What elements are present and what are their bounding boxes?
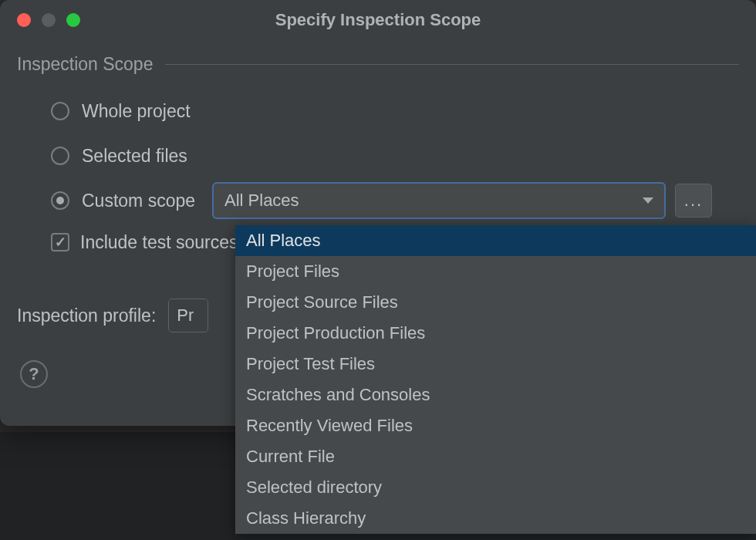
maximize-window-button[interactable] xyxy=(66,13,80,27)
include-test-sources-label: Include test sources xyxy=(80,232,238,253)
help-icon: ? xyxy=(29,364,39,384)
dropdown-item-project-source-files[interactable]: Project Source Files xyxy=(235,287,756,318)
inspection-profile-dropdown[interactable]: Pr xyxy=(168,299,208,332)
dropdown-item-all-places[interactable]: All Places xyxy=(235,225,756,256)
custom-scope-dropdown[interactable]: All Places xyxy=(212,182,666,219)
dropdown-item-project-files[interactable]: Project Files xyxy=(235,256,756,287)
close-window-button[interactable] xyxy=(17,13,31,27)
inspection-profile-label: Inspection profile: xyxy=(17,305,156,326)
dropdown-item-selected-directory[interactable]: Selected directory xyxy=(235,472,756,503)
window-controls xyxy=(0,13,80,27)
dropdown-item-project-test-files[interactable]: Project Test Files xyxy=(235,349,756,380)
custom-scope-dropdown-value: All Places xyxy=(224,191,643,211)
dropdown-item-project-production-files[interactable]: Project Production Files xyxy=(235,318,756,349)
section-header: Inspection Scope xyxy=(17,54,739,75)
radio-selected-files[interactable] xyxy=(51,147,69,165)
dropdown-item-current-file[interactable]: Current File xyxy=(235,441,756,472)
radio-custom-scope[interactable] xyxy=(51,191,69,210)
section-rule xyxy=(165,64,739,65)
radio-whole-project-row[interactable]: Whole project xyxy=(51,89,739,133)
minimize-window-button[interactable] xyxy=(42,13,56,27)
help-button[interactable]: ? xyxy=(20,360,48,388)
dialog-title: Specify Inspection Scope xyxy=(0,10,756,30)
radio-custom-scope-label: Custom scope xyxy=(82,191,195,211)
chevron-down-icon xyxy=(643,197,653,204)
radio-selected-files-row[interactable]: Selected files xyxy=(51,133,739,178)
inspection-profile-value: Pr xyxy=(177,305,194,326)
titlebar: Specify Inspection Scope xyxy=(0,0,756,40)
radio-selected-files-label: Selected files xyxy=(82,146,187,167)
radio-custom-scope-row: Custom scope All Places ... xyxy=(51,178,739,223)
include-test-sources-checkbox[interactable] xyxy=(51,233,69,251)
dropdown-item-scratches-consoles[interactable]: Scratches and Consoles xyxy=(235,380,756,410)
dropdown-item-recently-viewed-files[interactable]: Recently Viewed Files xyxy=(235,410,756,441)
scope-radio-group: Whole project Selected files Custom scop… xyxy=(17,89,739,223)
custom-scope-dropdown-list: All Places Project Files Project Source … xyxy=(235,225,756,534)
radio-whole-project[interactable] xyxy=(51,102,69,120)
dropdown-item-class-hierarchy[interactable]: Class Hierarchy xyxy=(235,503,756,534)
section-title: Inspection Scope xyxy=(17,54,153,75)
custom-scope-browse-button[interactable]: ... xyxy=(675,184,712,218)
radio-whole-project-label: Whole project xyxy=(82,101,191,122)
